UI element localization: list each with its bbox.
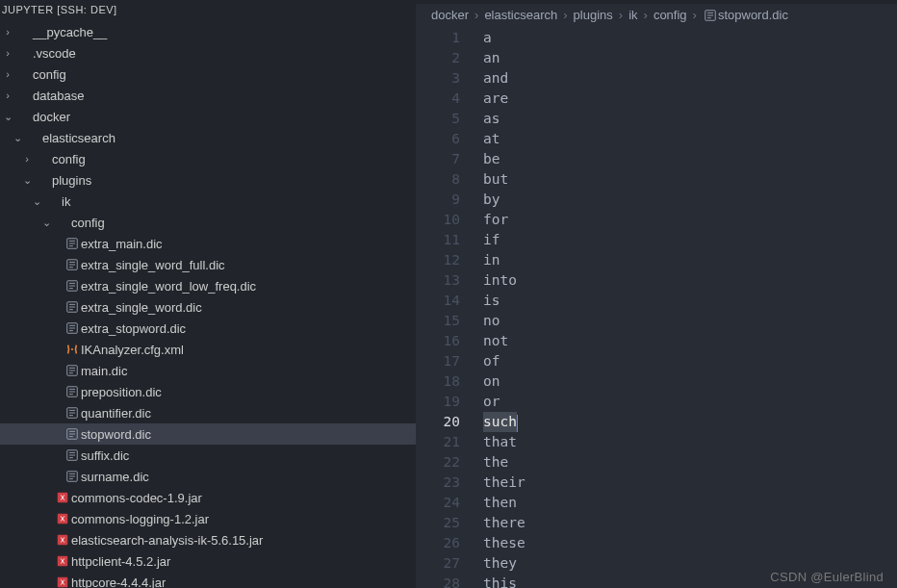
tree-file[interactable]: preposition.dic [0,381,416,402]
tree-folder[interactable]: ›config [0,64,416,85]
code-text: by [483,190,500,210]
tree-file[interactable]: commons-codec-1.9.jar [0,487,416,508]
code-line[interactable]: at [483,129,897,149]
breadcrumb[interactable]: docker›elasticsearch›plugins›ik›config›s… [416,4,897,28]
code-line[interactable]: then [483,493,897,513]
tree-file[interactable]: extra_main.dic [0,233,416,254]
code-line[interactable]: for [483,210,897,230]
code-text: for [483,210,508,230]
code-text: if [483,230,500,250]
code-line[interactable]: their [483,473,897,493]
line-number: 24 [416,493,460,513]
code-line[interactable]: are [483,89,897,109]
breadcrumb-separator-icon: › [644,8,648,22]
tree-file[interactable]: extra_stopword.dic [0,318,416,339]
tree-folder[interactable]: ›__pycache__ [0,21,416,42]
code-view[interactable]: 1234567891011121314151617181920212223242… [416,28,897,588]
breadcrumb-label: docker [431,8,469,22]
line-number: 16 [416,331,460,351]
breadcrumb-item[interactable]: plugins [574,8,613,22]
code-text: in [483,250,500,270]
line-gutter: 1234567891011121314151617181920212223242… [416,28,483,588]
tree-item-label: config [33,67,66,82]
code-line[interactable]: as [483,109,897,129]
breadcrumb-item[interactable]: stopword.dic [703,8,788,22]
line-number: 23 [416,473,460,493]
tree-item-label: ik [62,194,70,209]
tree-file[interactable]: quantifier.dic [0,402,416,423]
breadcrumb-separator-icon: › [693,8,697,22]
file-lines-icon [64,321,81,335]
line-number: 12 [416,250,460,270]
code-line[interactable]: if [483,230,897,250]
line-number: 13 [416,270,460,291]
code-line[interactable]: and [483,68,897,89]
code-text: that [483,432,517,452]
code-line[interactable]: there [483,513,897,533]
tree-folder[interactable]: ›database [0,85,416,106]
file-jar-icon [54,575,71,588]
code-line[interactable]: such [483,412,897,432]
tree-file[interactable]: httpcore-4.4.4.jar [0,572,416,588]
code-line[interactable]: or [483,392,897,412]
line-number: 5 [416,109,460,129]
file-tree: ›__pycache__›.vscode›config›database⌄doc… [0,21,416,588]
tree-file[interactable]: suffix.dic [0,445,416,466]
tree-file[interactable]: surname.dic [0,466,416,487]
tree-item-label: extra_single_word_low_freq.dic [81,279,256,294]
code-line[interactable]: by [483,190,897,210]
tree-item-label: commons-logging-1.2.jar [71,512,209,526]
code-line[interactable]: into [483,270,897,291]
tree-folder[interactable]: ⌄plugins [0,169,416,191]
file-lines-icon [64,364,81,377]
chevron-icon: › [0,68,15,80]
tree-item-label: commons-codec-1.9.jar [71,491,202,505]
tree-folder[interactable]: ⌄config [0,212,416,233]
tree-file[interactable]: extra_single_word_full.dic [0,254,416,275]
tree-file[interactable]: elasticsearch-analysis-ik-5.6.15.jar [0,529,416,550]
tree-folder[interactable]: ⌄ik [0,191,416,212]
code-line[interactable]: is [483,291,897,311]
tree-folder[interactable]: ›.vscode [0,42,416,64]
code-lines[interactable]: aanandareasatbebutbyforifinintoisnonotof… [483,28,897,588]
code-line[interactable]: not [483,331,897,351]
code-line[interactable]: in [483,250,897,270]
tree-file[interactable]: IKAnalyzer.cfg.xml [0,339,416,360]
tree-item-label: plugins [52,173,91,188]
app: JUPYTER [SSH: DEV] ›__pycache__›.vscode›… [0,0,897,588]
code-line[interactable]: an [483,48,897,68]
code-line[interactable]: on [483,371,897,392]
breadcrumb-item[interactable]: elasticsearch [484,8,557,22]
breadcrumb-label: elasticsearch [484,8,557,22]
code-text: is [483,291,500,311]
code-line[interactable]: the [483,452,897,473]
line-number: 28 [416,574,460,588]
code-text: there [483,513,525,533]
line-number: 1 [416,28,460,48]
code-line[interactable]: a [483,28,897,48]
tree-file[interactable]: httpclient-4.5.2.jar [0,550,416,572]
tree-folder[interactable]: ⌄docker [0,106,416,127]
code-text: such [483,412,517,432]
file-lines-icon [64,470,81,483]
tree-folder[interactable]: ›config [0,148,416,169]
breadcrumb-item[interactable]: ik [628,8,637,22]
tree-item-label: extra_single_word.dic [81,300,202,315]
code-line[interactable]: these [483,533,897,553]
code-text: a [483,28,492,48]
code-line[interactable]: of [483,351,897,371]
tree-file[interactable]: extra_single_word_low_freq.dic [0,275,416,296]
code-line[interactable]: be [483,149,897,169]
tree-file[interactable]: main.dic [0,360,416,381]
breadcrumb-item[interactable]: config [654,8,687,22]
tree-file[interactable]: commons-logging-1.2.jar [0,508,416,529]
tree-file[interactable]: stopword.dic [0,423,416,445]
code-line[interactable]: no [483,311,897,331]
code-line[interactable]: that [483,432,897,452]
file-lines-icon [64,385,81,398]
tree-item-label: preposition.dic [81,385,162,399]
code-line[interactable]: but [483,169,897,190]
tree-file[interactable]: extra_single_word.dic [0,296,416,318]
breadcrumb-item[interactable]: docker [431,8,469,22]
tree-folder[interactable]: ⌄elasticsearch [0,127,416,148]
